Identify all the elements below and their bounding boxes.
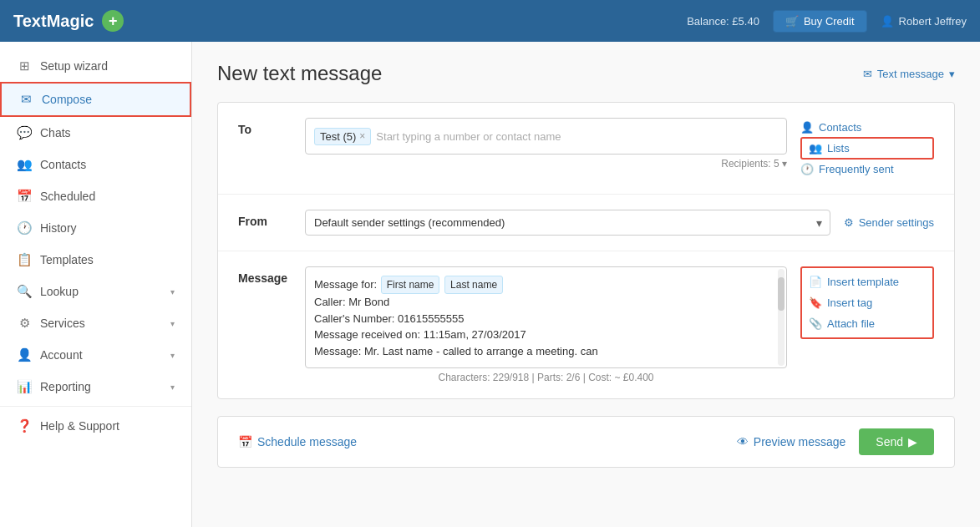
sidebar-item-templates[interactable]: 📋 Templates [0,244,191,276]
chevron-down-icon: ▾ [170,287,175,296]
template-icon: 📄 [809,276,822,288]
insert-template-link[interactable]: 📄 Insert template [809,271,926,292]
insert-template-label: Insert template [827,276,899,288]
tag-icon: 🔖 [809,296,822,309]
buy-credit-label: Buy Credit [804,15,855,28]
buy-credit-button[interactable]: 🛒 Buy Credit [773,10,867,33]
from-row-inner: Default sender settings (recommended) ⚙ … [305,210,934,236]
message-line3: Caller's Number: 01615555555 [314,312,465,325]
lastname-tag: Last name [444,276,503,294]
frequently-sent-label: Frequently sent [819,163,894,175]
setup-wizard-icon: ⊞ [17,58,32,73]
message-prefix: Message for: [314,278,377,291]
contacts-side: 👤 Contacts 👥 Lists 🕐 Frequently sent [800,118,934,179]
chevron-down-icon: ▾ [170,319,175,328]
from-label: From [238,210,305,228]
insert-tag-link[interactable]: 🔖 Insert tag [809,292,926,313]
lists-link[interactable]: 👥 Lists [800,137,934,160]
sender-settings-link[interactable]: ⚙ Sender settings [844,216,934,229]
sidebar-divider [0,406,191,407]
clock-icon: 🕐 [800,163,814,175]
page-header: New text message ✉ Text message ▾ [217,62,955,85]
lookup-icon: 🔍 [17,284,32,299]
sidebar-item-label: Compose [42,93,92,106]
from-select[interactable]: Default sender settings (recommended) [305,210,830,236]
sidebar-item-lookup[interactable]: 🔍 Lookup ▾ [0,276,191,307]
contacts-icon: 👥 [17,157,32,172]
sidebar-item-reporting[interactable]: 📊 Reporting ▾ [0,371,191,403]
message-field: Message for: First name Last name Caller… [305,266,787,383]
sidebar-item-contacts[interactable]: 👥 Contacts [0,149,191,180]
footer-right: 👁 Preview message Send ▶ [737,428,934,455]
firstname-tag: First name [381,276,440,294]
reporting-icon: 📊 [17,379,32,394]
history-icon: 🕐 [17,220,32,236]
chevron-down-icon: ▾ [170,351,175,360]
schedule-message-link[interactable]: 📅 Schedule message [238,435,357,448]
message-label: Message [238,266,305,285]
message-actions-box: 📄 Insert template 🔖 Insert tag 📎 Attach … [800,266,934,339]
header: TextMagic + Balance: £5.40 🛒 Buy Credit … [0,0,980,42]
arrow-right-icon: ▶ [908,435,917,448]
layout: ⊞ Setup wizard ✉ Compose 💬 Chats 👥 Conta… [0,42,980,527]
contacts-label: Contacts [819,121,861,134]
page-title: New text message [217,62,382,85]
sidebar-item-account[interactable]: 👤 Account ▾ [0,339,191,371]
sidebar-item-history[interactable]: 🕐 History [0,212,191,244]
main-content: New text message ✉ Text message ▾ To Tes… [192,42,980,527]
contacts-link[interactable]: 👤 Contacts [800,118,934,137]
message-line5: Message: Mr. Last name - called to arran… [314,345,598,357]
user-icon: 👤 [881,15,894,28]
header-left: TextMagic + [13,10,124,32]
attach-file-label: Attach file [827,317,875,330]
sidebar-item-label: Help & Support [40,419,119,433]
to-label: To [238,118,305,136]
compose-form: To Test (5) × Start typing a number or c… [217,102,955,399]
schedule-label: Schedule message [257,435,357,448]
sidebar-item-chats[interactable]: 💬 Chats [0,117,191,149]
contacts-icon: 👤 [800,121,814,134]
from-row: From Default sender settings (recommende… [218,195,954,251]
message-row: Message Message for: First name Last nam… [218,251,954,398]
recipients-label: Recipients: 5 [721,158,779,170]
preview-message-link[interactable]: 👁 Preview message [737,435,846,448]
sidebar-item-services[interactable]: ⚙ Services ▾ [0,307,191,339]
sidebar-item-label: History [40,221,77,235]
attach-file-link[interactable]: 📎 Attach file [809,313,926,334]
sidebar-item-label: Services [40,317,85,330]
message-type-button[interactable]: ✉ Text message ▾ [863,68,955,80]
message-area[interactable]: Message for: First name Last name Caller… [305,266,787,368]
form-footer: 📅 Schedule message 👁 Preview message Sen… [217,416,955,468]
sidebar-item-label: Templates [40,253,94,266]
sidebar-item-help[interactable]: ❓ Help & Support [0,410,191,442]
sidebar-item-label: Setup wizard [40,59,108,73]
sidebar-item-scheduled[interactable]: 📅 Scheduled [0,180,191,212]
remove-tag-icon[interactable]: × [359,130,365,142]
sidebar-item-label: Scheduled [40,190,95,203]
lists-icon: 👥 [809,142,822,155]
logo-text: TextMagic [13,12,94,31]
recipients-chevron: ▾ [782,158,787,170]
balance-label: Balance: £5.40 [687,15,759,28]
user-name: Robert Jeffrey [899,15,967,28]
to-input-container[interactable]: Test (5) × Start typing a number or cont… [305,118,787,155]
services-icon: ⚙ [17,316,32,331]
send-button[interactable]: Send ▶ [859,428,934,455]
to-field: Test (5) × Start typing a number or cont… [305,118,787,170]
message-scrollbar[interactable] [778,269,785,366]
eye-icon: 👁 [737,435,749,448]
envelope-icon: ✉ [863,68,872,80]
message-line2: Caller: Mr Bond [314,296,389,308]
user-info: 👤 Robert Jeffrey [881,15,967,28]
lists-label: Lists [827,142,850,155]
add-icon[interactable]: + [102,10,124,32]
sidebar-item-setup-wizard[interactable]: ⊞ Setup wizard [0,50,191,82]
sidebar-item-compose[interactable]: ✉ Compose [0,82,191,117]
sidebar: ⊞ Setup wizard ✉ Compose 💬 Chats 👥 Conta… [0,42,192,527]
frequently-sent-link[interactable]: 🕐 Frequently sent [800,160,934,179]
compose-icon: ✉ [18,92,33,107]
sidebar-item-label: Contacts [40,158,86,171]
to-tag-chip: Test (5) × [314,128,371,145]
calendar-icon: 📅 [238,435,252,448]
to-placeholder: Start typing a number or contact name [376,130,561,143]
